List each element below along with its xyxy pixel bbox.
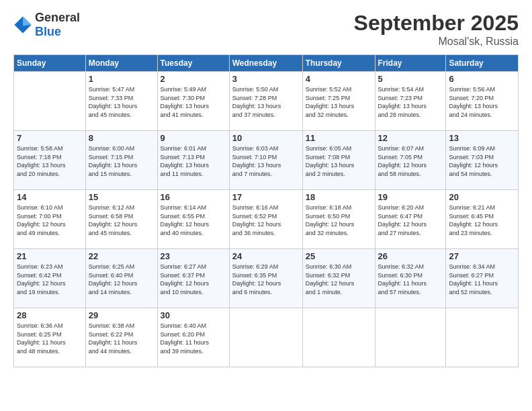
- column-header-monday: Monday: [85, 55, 157, 72]
- column-header-sunday: Sunday: [14, 55, 86, 72]
- day-number: 29: [89, 310, 154, 320]
- page: General Blue September 2025 Mosal'sk, Ru…: [0, 0, 532, 411]
- day-info: Sunrise: 6:40 AM Sunset: 6:20 PM Dayligh…: [161, 322, 226, 355]
- day-number: 2: [161, 74, 226, 84]
- calendar-cell: 28Sunrise: 6:36 AM Sunset: 6:25 PM Dayli…: [14, 308, 86, 367]
- day-info: Sunrise: 6:01 AM Sunset: 7:13 PM Dayligh…: [161, 144, 226, 178]
- calendar-cell: 14Sunrise: 6:10 AM Sunset: 7:00 PM Dayli…: [14, 190, 86, 249]
- calendar-cell: [302, 308, 375, 367]
- calendar-cell: 16Sunrise: 6:14 AM Sunset: 6:55 PM Dayli…: [157, 190, 229, 249]
- day-info: Sunrise: 6:03 AM Sunset: 7:10 PM Dayligh…: [232, 144, 300, 178]
- day-info: Sunrise: 6:18 AM Sunset: 6:50 PM Dayligh…: [306, 203, 372, 237]
- calendar-cell: 21Sunrise: 6:23 AM Sunset: 6:42 PM Dayli…: [14, 249, 86, 308]
- day-number: 16: [161, 192, 226, 202]
- calendar-cell: 20Sunrise: 6:21 AM Sunset: 6:45 PM Dayli…: [446, 190, 519, 249]
- day-number: 11: [306, 133, 372, 143]
- day-info: Sunrise: 6:27 AM Sunset: 6:37 PM Dayligh…: [161, 263, 226, 296]
- calendar-cell: 25Sunrise: 6:30 AM Sunset: 6:32 PM Dayli…: [302, 249, 375, 308]
- day-info: Sunrise: 6:12 AM Sunset: 6:58 PM Dayligh…: [89, 203, 154, 237]
- day-number: 23: [161, 251, 226, 261]
- calendar-cell: 8Sunrise: 6:00 AM Sunset: 7:15 PM Daylig…: [85, 131, 157, 190]
- calendar-cell: 4Sunrise: 5:52 AM Sunset: 7:25 PM Daylig…: [302, 72, 375, 131]
- day-info: Sunrise: 6:09 AM Sunset: 7:03 PM Dayligh…: [449, 144, 515, 178]
- calendar-cell: 23Sunrise: 6:27 AM Sunset: 6:37 PM Dayli…: [157, 249, 229, 308]
- svg-marker-1: [23, 16, 32, 26]
- day-number: 14: [17, 192, 83, 202]
- column-header-saturday: Saturday: [446, 55, 519, 72]
- day-number: 28: [17, 310, 83, 320]
- day-number: 4: [306, 74, 372, 84]
- day-number: 26: [378, 251, 443, 261]
- day-info: Sunrise: 6:00 AM Sunset: 7:15 PM Dayligh…: [89, 144, 154, 178]
- calendar-cell: 7Sunrise: 5:58 AM Sunset: 7:18 PM Daylig…: [14, 131, 86, 190]
- calendar-week-2: 7Sunrise: 5:58 AM Sunset: 7:18 PM Daylig…: [14, 131, 519, 190]
- calendar-cell: 24Sunrise: 6:29 AM Sunset: 6:35 PM Dayli…: [229, 249, 302, 308]
- day-info: Sunrise: 5:49 AM Sunset: 7:30 PM Dayligh…: [161, 85, 226, 119]
- day-number: 15: [89, 192, 154, 202]
- calendar-cell: 5Sunrise: 5:54 AM Sunset: 7:23 PM Daylig…: [375, 72, 446, 131]
- day-number: 18: [306, 192, 372, 202]
- day-info: Sunrise: 6:34 AM Sunset: 6:27 PM Dayligh…: [449, 263, 515, 296]
- calendar-cell: 12Sunrise: 6:07 AM Sunset: 7:05 PM Dayli…: [375, 131, 446, 190]
- calendar-cell: 19Sunrise: 6:20 AM Sunset: 6:47 PM Dayli…: [375, 190, 446, 249]
- calendar-cell: [375, 308, 446, 367]
- calendar-cell: [446, 308, 519, 367]
- calendar-cell: [229, 308, 302, 367]
- day-info: Sunrise: 5:47 AM Sunset: 7:33 PM Dayligh…: [89, 85, 154, 119]
- day-info: Sunrise: 6:23 AM Sunset: 6:42 PM Dayligh…: [17, 263, 83, 296]
- day-info: Sunrise: 6:36 AM Sunset: 6:25 PM Dayligh…: [17, 322, 83, 355]
- logo: General Blue: [13, 11, 80, 39]
- calendar-cell: 13Sunrise: 6:09 AM Sunset: 7:03 PM Dayli…: [446, 131, 519, 190]
- day-number: 17: [232, 192, 300, 202]
- day-number: 6: [449, 74, 515, 84]
- calendar-cell: 10Sunrise: 6:03 AM Sunset: 7:10 PM Dayli…: [229, 131, 302, 190]
- day-info: Sunrise: 6:14 AM Sunset: 6:55 PM Dayligh…: [161, 203, 226, 237]
- day-number: 24: [232, 251, 300, 261]
- column-header-wednesday: Wednesday: [229, 55, 302, 72]
- day-number: 5: [378, 74, 443, 84]
- location: Mosal'sk, Russia: [354, 36, 519, 48]
- column-header-friday: Friday: [375, 55, 446, 72]
- calendar-table: SundayMondayTuesdayWednesdayThursdayFrid…: [13, 54, 519, 367]
- day-number: 21: [17, 251, 83, 261]
- day-info: Sunrise: 6:32 AM Sunset: 6:30 PM Dayligh…: [378, 263, 443, 296]
- day-number: 1: [89, 74, 154, 84]
- calendar-week-3: 14Sunrise: 6:10 AM Sunset: 7:00 PM Dayli…: [14, 190, 519, 249]
- calendar-cell: 3Sunrise: 5:50 AM Sunset: 7:28 PM Daylig…: [229, 72, 302, 131]
- day-number: 30: [161, 310, 226, 320]
- column-header-thursday: Thursday: [302, 55, 375, 72]
- title-block: September 2025 Mosal'sk, Russia: [354, 11, 519, 48]
- calendar-cell: 22Sunrise: 6:25 AM Sunset: 6:40 PM Dayli…: [85, 249, 157, 308]
- logo-blue: Blue: [35, 25, 80, 39]
- day-number: 20: [449, 192, 515, 202]
- day-info: Sunrise: 6:05 AM Sunset: 7:08 PM Dayligh…: [306, 144, 372, 178]
- calendar-cell: 29Sunrise: 6:38 AM Sunset: 6:22 PM Dayli…: [85, 308, 157, 367]
- month-title: September 2025: [354, 11, 519, 36]
- day-info: Sunrise: 5:56 AM Sunset: 7:20 PM Dayligh…: [449, 85, 515, 119]
- day-number: 22: [89, 251, 154, 261]
- logo-text: General Blue: [35, 11, 80, 39]
- day-number: 13: [449, 133, 515, 143]
- header: General Blue September 2025 Mosal'sk, Ru…: [13, 11, 519, 48]
- day-info: Sunrise: 6:10 AM Sunset: 7:00 PM Dayligh…: [17, 203, 83, 237]
- day-number: 8: [89, 133, 154, 143]
- day-number: 25: [306, 251, 372, 261]
- day-number: 12: [378, 133, 443, 143]
- day-info: Sunrise: 5:52 AM Sunset: 7:25 PM Dayligh…: [306, 85, 372, 119]
- logo-general: General: [35, 11, 80, 25]
- day-info: Sunrise: 6:20 AM Sunset: 6:47 PM Dayligh…: [378, 203, 443, 237]
- calendar-week-5: 28Sunrise: 6:36 AM Sunset: 6:25 PM Dayli…: [14, 308, 519, 367]
- calendar-cell: 15Sunrise: 6:12 AM Sunset: 6:58 PM Dayli…: [85, 190, 157, 249]
- calendar-cell: 2Sunrise: 5:49 AM Sunset: 7:30 PM Daylig…: [157, 72, 229, 131]
- day-number: 7: [17, 133, 83, 143]
- day-number: 27: [449, 251, 515, 261]
- calendar-cell: 1Sunrise: 5:47 AM Sunset: 7:33 PM Daylig…: [85, 72, 157, 131]
- day-number: 19: [378, 192, 443, 202]
- day-info: Sunrise: 5:58 AM Sunset: 7:18 PM Dayligh…: [17, 144, 83, 178]
- calendar-cell: 17Sunrise: 6:16 AM Sunset: 6:52 PM Dayli…: [229, 190, 302, 249]
- day-number: 9: [161, 133, 226, 143]
- day-info: Sunrise: 6:29 AM Sunset: 6:35 PM Dayligh…: [232, 263, 300, 296]
- calendar-cell: 6Sunrise: 5:56 AM Sunset: 7:20 PM Daylig…: [446, 72, 519, 131]
- calendar-cell: [14, 72, 86, 131]
- calendar-cell: 11Sunrise: 6:05 AM Sunset: 7:08 PM Dayli…: [302, 131, 375, 190]
